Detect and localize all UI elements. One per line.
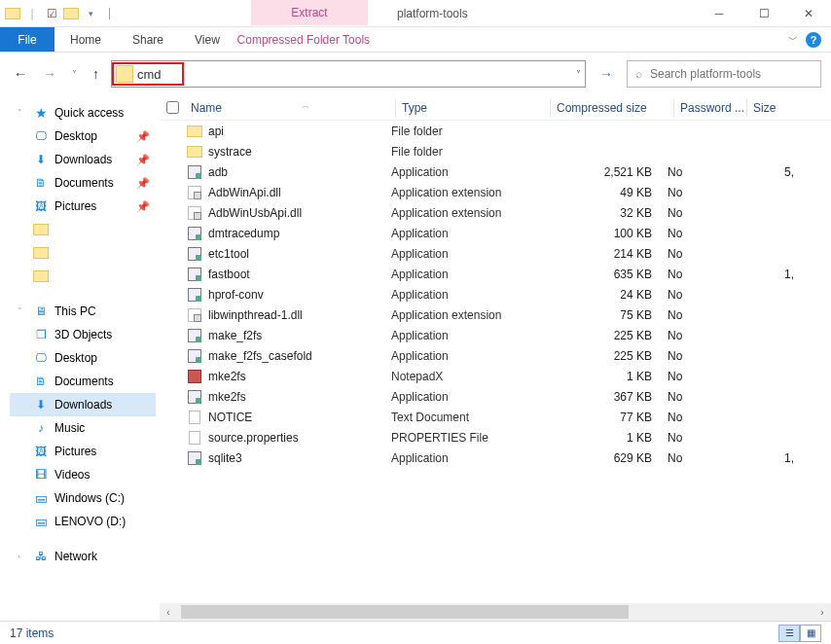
sidebar-item-folder[interactable] (10, 265, 156, 288)
quick-access-toolbar: | ☑ ▾ │ (0, 0, 119, 26)
file-row[interactable]: adb Application 2,521 KB No 5, (160, 161, 831, 182)
file-name: hprof-conv (208, 288, 264, 302)
sidebar-item-documents[interactable]: 🗎 Documents 📌 (10, 171, 156, 195)
sidebar-item-3d-objects[interactable]: ❒ 3D Objects (10, 323, 156, 346)
quick-access-node[interactable]: ˅ ★ Quick access (10, 101, 156, 125)
file-row[interactable]: source.properties PROPERTIES File 1 KB N… (160, 427, 831, 447)
sidebar-item-label: LENOVO (D:) (54, 515, 126, 528)
file-type: Application (391, 349, 545, 363)
file-row[interactable]: etc1tool Application 214 KB No (160, 243, 831, 264)
ribbon-collapse-icon[interactable]: ﹀ (788, 33, 798, 47)
expand-icon[interactable]: ˅ (18, 306, 27, 316)
column-name[interactable]: Name︿ (185, 101, 395, 115)
folder-icon[interactable] (62, 5, 80, 22)
address-bar[interactable]: ˅ (111, 60, 586, 88)
file-compressed-size: 24 KB (545, 288, 668, 302)
qat-overflow-icon[interactable]: │ (101, 5, 119, 22)
file-row[interactable]: sqlite3 Application 629 KB No 1, (160, 447, 831, 468)
scroll-left-icon[interactable]: ‹ (160, 607, 177, 618)
forward-button[interactable]: → (39, 62, 60, 86)
column-password[interactable]: Password ... (674, 101, 746, 115)
file-password: No (668, 411, 740, 424)
column-type[interactable]: Type (396, 101, 550, 115)
sidebar-item-documents[interactable]: 🗎 Documents (10, 370, 156, 393)
go-button[interactable]: → (594, 66, 619, 82)
documents-icon: 🗎 (33, 374, 49, 389)
file-tab[interactable]: File (0, 27, 54, 52)
column-size[interactable]: Size (747, 101, 806, 115)
file-row[interactable]: dmtracedump Application 100 KB No (160, 223, 831, 243)
file-row[interactable]: libwinpthread-1.dll Application extensio… (160, 304, 831, 325)
column-headers: Name︿ Type Compressed size Password ... … (160, 95, 831, 121)
search-box[interactable]: ⌕ (627, 60, 821, 88)
file-row[interactable]: api File folder (160, 121, 831, 141)
file-compressed-size: 629 KB (545, 451, 668, 465)
file-size: 1, (740, 451, 798, 465)
expand-icon[interactable]: › (18, 552, 27, 561)
back-button[interactable]: ← (10, 62, 31, 86)
file-size: 1, (740, 268, 798, 281)
maximize-button[interactable]: ☐ (741, 0, 786, 26)
file-row[interactable]: AdbWinApi.dll Application extension 49 K… (160, 182, 831, 202)
sidebar-item-desktop[interactable]: 🖵 Desktop 📌 (10, 125, 156, 148)
scroll-thumb[interactable] (181, 605, 629, 619)
sidebar-item-lenovo-d-[interactable]: 🖴 LENOVO (D:) (10, 510, 156, 533)
sidebar-item-folder[interactable] (10, 241, 156, 265)
network-label: Network (54, 550, 97, 563)
file-row[interactable]: hprof-conv Application 24 KB No (160, 284, 831, 304)
file-row[interactable]: mke2fs NotepadX 1 KB No (160, 366, 831, 386)
recent-dropdown-icon[interactable]: ˅ (68, 65, 81, 84)
this-pc-node[interactable]: ˅ 🖥 This PC (10, 300, 156, 323)
details-view-button[interactable]: ☰ (778, 625, 800, 642)
column-compressed-size[interactable]: Compressed size (551, 101, 673, 115)
file-password: No (668, 288, 740, 302)
view-tab[interactable]: View (179, 27, 235, 52)
up-button[interactable]: ↑ (89, 62, 103, 86)
horizontal-scrollbar[interactable]: ‹ › (160, 603, 831, 621)
scroll-right-icon[interactable]: › (813, 607, 831, 618)
file-row[interactable]: mke2fs Application 367 KB No (160, 386, 831, 407)
properties-icon[interactable]: ☑ (43, 5, 60, 22)
file-row[interactable]: systrace File folder (160, 141, 831, 161)
search-input[interactable] (650, 67, 813, 81)
sidebar-item-downloads[interactable]: ⬇ Downloads 📌 (10, 148, 156, 171)
sidebar-item-downloads[interactable]: ⬇ Downloads (10, 393, 156, 416)
file-name: api (208, 125, 224, 138)
expand-icon[interactable]: ˅ (18, 108, 27, 118)
home-tab[interactable]: Home (54, 27, 117, 52)
address-input[interactable] (137, 67, 176, 82)
select-all-checkbox[interactable] (160, 101, 185, 114)
downloads-icon: ⬇ (33, 397, 49, 412)
file-row[interactable]: make_f2fs Application 225 KB No (160, 325, 831, 345)
network-node[interactable]: › 🖧 Network (10, 545, 156, 568)
compressed-folder-tools-tab[interactable]: Compressed Folder Tools (235, 27, 372, 52)
thumbnails-view-button[interactable]: ▦ (800, 625, 821, 642)
folder-icon (187, 124, 202, 139)
sidebar-item-label: Desktop (54, 351, 97, 365)
application-icon (187, 164, 202, 180)
file-row[interactable]: AdbWinUsbApi.dll Application extension 3… (160, 202, 831, 223)
sidebar-item-folder[interactable] (10, 218, 156, 241)
file-password: No (668, 186, 740, 199)
sidebar-item-windows-c-[interactable]: 🖴 Windows (C:) (10, 486, 156, 510)
sidebar-item-pictures[interactable]: 🖼 Pictures 📌 (10, 195, 156, 218)
file-row[interactable]: fastboot Application 635 KB No 1, (160, 264, 831, 284)
navigation-pane[interactable]: ˅ ★ Quick access 🖵 Desktop 📌 ⬇ Downloads… (0, 95, 160, 621)
folder-icon (33, 245, 49, 261)
address-input-highlight (112, 62, 184, 86)
file-name: NOTICE (208, 411, 252, 424)
help-icon[interactable]: ? (806, 32, 821, 48)
pc-icon: 🖥 (33, 304, 49, 319)
share-tab[interactable]: Share (117, 27, 179, 52)
sidebar-item-desktop[interactable]: 🖵 Desktop (10, 346, 156, 370)
qat-dropdown-icon[interactable]: ▾ (82, 5, 99, 22)
close-button[interactable]: ✕ (786, 0, 831, 26)
minimize-button[interactable]: ─ (697, 0, 741, 26)
file-row[interactable]: make_f2fs_casefold Application 225 KB No (160, 345, 831, 366)
application-icon (187, 287, 202, 303)
sidebar-item-videos[interactable]: 🎞 Videos (10, 463, 156, 486)
file-row[interactable]: NOTICE Text Document 77 KB No (160, 407, 831, 427)
address-dropdown-icon[interactable]: ˅ (576, 69, 581, 80)
sidebar-item-pictures[interactable]: 🖼 Pictures (10, 440, 156, 463)
sidebar-item-music[interactable]: ♪ Music (10, 416, 156, 440)
